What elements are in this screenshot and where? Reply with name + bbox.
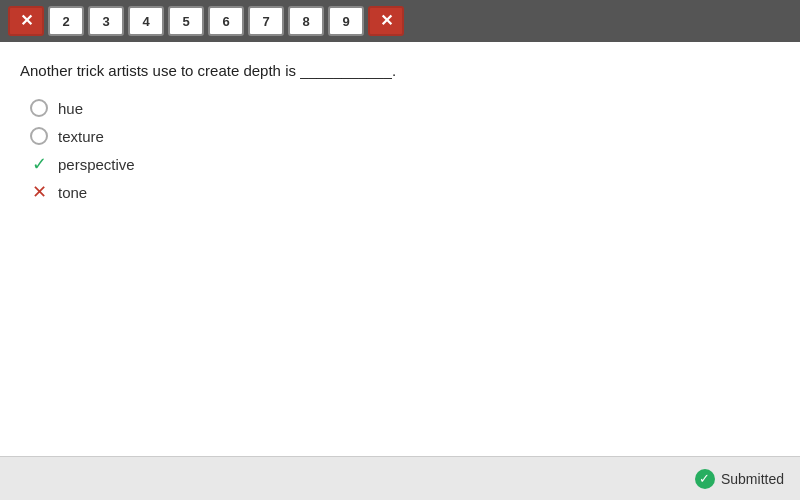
submitted-label: Submitted	[721, 471, 784, 487]
nav-bar: ✕ 2 3 4 5 6 7 8 9 ✕	[0, 0, 800, 42]
submitted-badge: ✓ Submitted	[695, 469, 784, 489]
question-text: Another trick artists use to create dept…	[20, 62, 780, 79]
tab-9[interactable]: 9	[328, 6, 364, 36]
label-tone: tone	[58, 184, 87, 201]
close-button[interactable]: ✕	[8, 6, 44, 36]
label-texture: texture	[58, 128, 104, 145]
radio-hue[interactable]	[30, 99, 48, 117]
answer-options: hue texture ✓ perspective ✕ tone	[20, 99, 780, 201]
radio-texture[interactable]	[30, 127, 48, 145]
tab-4[interactable]: 4	[128, 6, 164, 36]
delete-icon: ✕	[380, 13, 393, 29]
label-hue: hue	[58, 100, 83, 117]
option-perspective: ✓ perspective	[30, 155, 780, 173]
tab-8[interactable]: 8	[288, 6, 324, 36]
checkmark-icon: ✓	[30, 155, 48, 173]
submitted-check-icon: ✓	[695, 469, 715, 489]
question-content: Another trick artists use to create dept…	[0, 42, 800, 456]
tab-5[interactable]: 5	[168, 6, 204, 36]
tab-6[interactable]: 6	[208, 6, 244, 36]
footer: ✓ Submitted	[0, 456, 800, 500]
delete-button[interactable]: ✕	[368, 6, 404, 36]
option-hue: hue	[30, 99, 780, 117]
close-icon: ✕	[20, 13, 33, 29]
option-texture: texture	[30, 127, 780, 145]
tab-7[interactable]: 7	[248, 6, 284, 36]
tab-2[interactable]: 2	[48, 6, 84, 36]
label-perspective: perspective	[58, 156, 135, 173]
option-tone: ✕ tone	[30, 183, 780, 201]
tab-3[interactable]: 3	[88, 6, 124, 36]
wrong-icon: ✕	[30, 183, 48, 201]
